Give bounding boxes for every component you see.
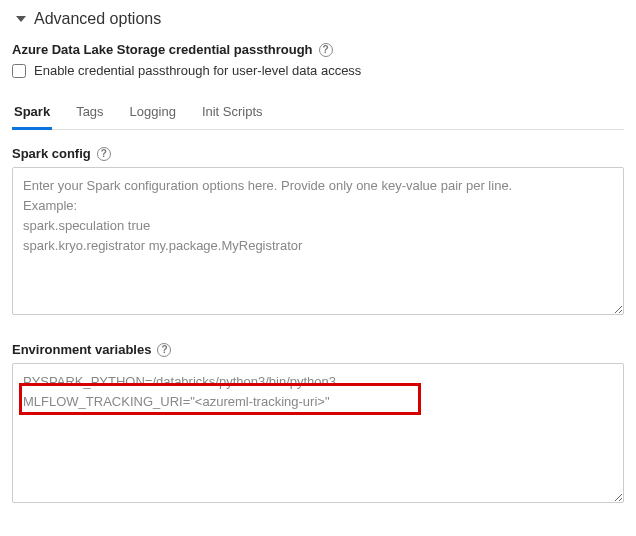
chevron-down-icon [16, 16, 26, 22]
spark-config-label: Spark config ? [12, 146, 624, 161]
passthrough-checkbox[interactable] [12, 64, 26, 78]
env-vars-label: Environment variables ? [12, 342, 624, 357]
passthrough-label: Azure Data Lake Storage credential passt… [12, 42, 624, 57]
help-icon[interactable]: ? [97, 147, 111, 161]
env-vars-input[interactable] [12, 363, 624, 503]
passthrough-label-text: Azure Data Lake Storage credential passt… [12, 42, 313, 57]
tab-init-scripts[interactable]: Init Scripts [200, 96, 265, 129]
env-vars-label-text: Environment variables [12, 342, 151, 357]
section-title: Advanced options [34, 10, 161, 28]
config-tabs: Spark Tags Logging Init Scripts [12, 96, 624, 130]
tab-spark[interactable]: Spark [12, 96, 52, 129]
help-icon[interactable]: ? [319, 43, 333, 57]
tab-tags[interactable]: Tags [74, 96, 105, 129]
passthrough-checkbox-label[interactable]: Enable credential passthrough for user-l… [34, 63, 361, 78]
spark-config-input[interactable] [12, 167, 624, 315]
help-icon[interactable]: ? [157, 343, 171, 357]
advanced-options-toggle[interactable]: Advanced options [12, 10, 624, 28]
spark-config-label-text: Spark config [12, 146, 91, 161]
tab-logging[interactable]: Logging [128, 96, 178, 129]
